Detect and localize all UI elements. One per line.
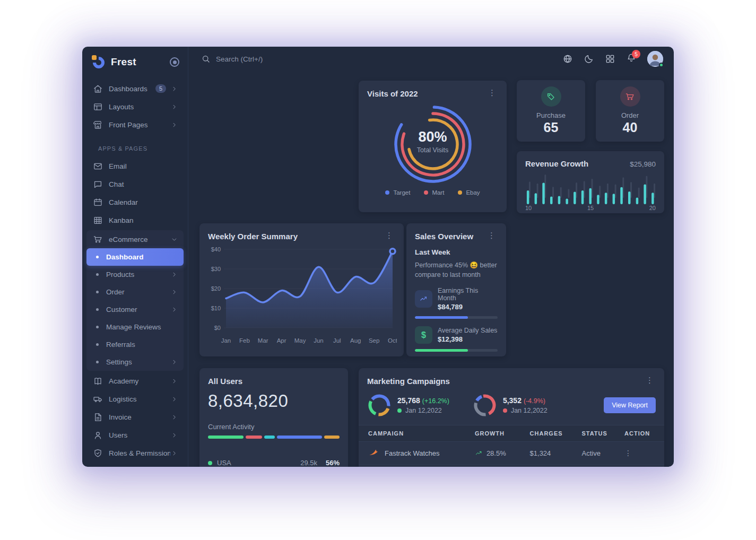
legend-item-ebay: Ebay <box>458 189 480 196</box>
notifications-button[interactable]: 5 <box>626 53 637 65</box>
sidebar-item-label: Logistics <box>109 395 170 403</box>
sidebar-item-ecommerce[interactable]: eCommerce <box>86 230 184 248</box>
revenue-bar <box>620 187 623 204</box>
sidebar-item-label: Invoice <box>109 413 170 421</box>
all-users-value: 8,634,820 <box>208 391 340 411</box>
revenue-bar <box>651 193 654 204</box>
user-avatar[interactable] <box>647 51 663 67</box>
sidebar-item-layouts[interactable]: Layouts <box>86 98 184 116</box>
sidebar-subitem-label: Customer <box>106 306 170 313</box>
legend-item-target: Target <box>385 189 410 196</box>
chevron-right-icon <box>170 431 178 439</box>
col-charges: CHARGES <box>530 425 582 442</box>
sidebar-pin-toggle-icon[interactable] <box>170 57 179 67</box>
weekly-y-tick: $30 <box>211 266 221 272</box>
visits-gauge: 80% Total Visits <box>388 100 478 188</box>
legend-dot <box>458 190 462 195</box>
revenue-bar-chart <box>524 171 657 204</box>
sidebar-item-logistics[interactable]: Logistics <box>86 390 184 408</box>
store-icon <box>93 120 103 130</box>
stat-donut-chart <box>473 393 497 417</box>
weekly-x-tick: Aug <box>350 337 361 344</box>
revenue-bar-shadow <box>638 188 640 198</box>
weekly-line-chart: $0$10$20$30$40JanFebMarAprMayJunJulAugSe… <box>207 243 398 352</box>
charges-cell: $1,324 <box>530 442 582 465</box>
apps-grid-icon[interactable] <box>605 54 615 64</box>
dashboard-content: Visits of 2022 ⋮ 80% Total Visits Target… <box>188 71 674 467</box>
search-input[interactable]: Search (Ctrl+/) <box>201 54 562 64</box>
donut-segment <box>372 396 389 406</box>
sidebar-item-front-pages[interactable]: Front Pages <box>86 116 184 134</box>
donut-segment <box>483 396 494 414</box>
stat-value: 25,768(+16.2%) <box>397 396 449 405</box>
weekly-x-tick: Apr <box>277 337 286 344</box>
campaign-row[interactable]: Fastrack Watches 28.5% $1,324 Active ⋮ <box>359 442 664 465</box>
language-globe-icon[interactable] <box>562 54 573 64</box>
sidebar-item-roles-permissions[interactable]: Roles & Permissions <box>86 444 184 462</box>
revenue-tick: 10 <box>525 205 532 211</box>
sidebar-subitem-products[interactable]: Products <box>86 266 184 283</box>
weekly-title: Weekly Order Summary <box>208 232 298 241</box>
weekly-y-tick: $0 <box>214 325 221 331</box>
sidebar-item-invoice[interactable]: Invoice <box>86 408 184 426</box>
bullet-dot <box>96 326 99 328</box>
nav-group-apps: EmailChatCalendarKanban <box>86 157 184 229</box>
bullet-dot <box>96 361 99 363</box>
metric-icon-box <box>415 290 432 308</box>
sidebar-subitem-settings[interactable]: Settings <box>86 353 184 371</box>
sales-overview-card: Sales Overview ⋮ Last Week Performance 4… <box>406 223 506 356</box>
purchase-value: 65 <box>544 120 559 135</box>
legend-dot <box>424 190 428 195</box>
visits-menu-icon[interactable]: ⋮ <box>486 89 498 97</box>
sidebar-item-email[interactable]: Email <box>86 157 184 175</box>
nav-group-top: Dashboards5LayoutsFront Pages <box>86 80 184 134</box>
revenue-bar <box>535 193 537 204</box>
sidebar-item-academy[interactable]: Academy <box>86 372 184 390</box>
weekly-menu-icon[interactable]: ⋮ <box>383 232 395 239</box>
metric-icon-box: $ <box>415 326 432 344</box>
revenue-bar-shadow <box>560 187 562 198</box>
marketing-title: Marketing Campaigns <box>367 377 450 386</box>
sidebar-item-label: Layouts <box>109 103 170 111</box>
order-cart-icon <box>620 86 640 107</box>
sidebar-subitem-referrals[interactable]: Referrals <box>86 336 184 353</box>
metric-value: $12,398 <box>438 335 497 343</box>
donut-segment <box>370 402 376 414</box>
activity-segment <box>277 436 322 439</box>
view-report-button[interactable]: View Report <box>604 397 656 413</box>
legend-dot <box>385 190 389 195</box>
chevron-right-icon <box>170 288 178 296</box>
trend-up-icon <box>475 449 483 457</box>
sidebar-subitem-dashboard[interactable]: Dashboard <box>86 248 184 266</box>
dark-mode-moon-icon[interactable] <box>584 54 594 64</box>
sales-menu-icon[interactable]: ⋮ <box>485 232 498 239</box>
row-action-menu-icon[interactable]: ⋮ <box>624 449 632 457</box>
sales-title: Sales Overview <box>415 232 473 241</box>
calendar-icon <box>93 197 103 207</box>
file-icon <box>93 412 103 422</box>
visits-percent: 80% <box>388 129 478 145</box>
order-card: Order 40 <box>596 80 664 142</box>
weekly-x-tick: Oct <box>388 337 397 344</box>
chevron-right-icon <box>170 413 178 421</box>
sales-metric-0: Earnings This Month $84,789 <box>406 280 506 319</box>
mail-icon <box>93 161 103 171</box>
search-placeholder: Search (Ctrl+/) <box>216 55 263 63</box>
activity-segment <box>208 436 244 439</box>
sidebar-item-users[interactable]: Users <box>86 426 184 444</box>
purchase-tag-icon <box>541 86 561 107</box>
stat-delta: (-4.9%) <box>524 397 545 405</box>
weekly-x-tick: Feb <box>239 337 250 344</box>
revenue-x-axis: 10 15 20 <box>524 205 657 212</box>
sidebar-subitem-manage-reviews[interactable]: Manage Reviews <box>86 318 184 336</box>
revenue-bar <box>628 191 631 204</box>
marketing-menu-icon[interactable]: ⋮ <box>644 377 656 384</box>
sidebar-item-kanban[interactable]: Kanban <box>86 211 184 229</box>
sidebar-subitem-order[interactable]: Order <box>86 283 184 301</box>
sidebar-item-calendar[interactable]: Calendar <box>86 193 184 211</box>
sidebar-subitem-customer[interactable]: Customer <box>86 301 184 318</box>
revenue-tick: 15 <box>587 205 594 211</box>
sidebar-item-chat[interactable]: Chat <box>86 175 184 193</box>
current-activity-label: Current Activity <box>208 423 340 431</box>
sidebar-item-dashboards[interactable]: Dashboards5 <box>86 80 184 98</box>
